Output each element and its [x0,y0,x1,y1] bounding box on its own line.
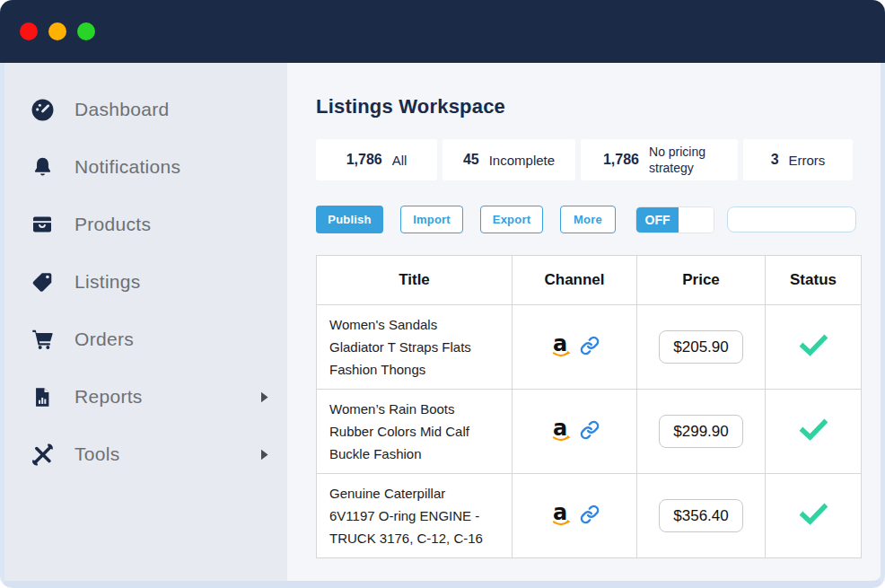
stat-incomplete[interactable]: 45 Incomplete [442,139,575,180]
search-input[interactable] [727,206,856,233]
price-input[interactable] [659,499,743,532]
stats-bar: 1,786 All 45 Incomplete 1,786 No pricing… [316,139,881,180]
amazon-icon: a [550,332,574,363]
stat-value: 1,786 [346,152,382,168]
cart-icon [30,328,55,351]
tag-icon [30,270,55,294]
zoom-window-button[interactable] [77,22,95,40]
table-row: Women’s Rain Boots Rubber Colors Mid Cal… [317,390,862,474]
sidebar-item-label: Dashboard [74,99,169,120]
column-header-channel: Channel [513,256,637,305]
toggle-state-label: OFF [636,207,679,233]
sidebar-item-label: Tools [74,443,120,465]
sidebar-item-label: Orders [74,329,134,350]
window-body: Dashboard Notifications [0,63,885,588]
sidebar-item-reports[interactable]: Reports [4,368,287,426]
stat-label: All [392,153,407,168]
gauge-icon [30,98,55,122]
link-icon[interactable] [580,420,600,443]
traffic-lights [20,22,95,40]
stat-all[interactable]: 1,786 All [316,139,437,180]
table-header-row: Title Channel Price Status [317,256,862,305]
listings-table: Title Channel Price Status Women's Sanda… [316,255,862,558]
main-content: Listings Workspace 1,786 All 45 Incomple… [287,63,881,581]
stat-value: 1,786 [603,152,639,168]
sidebar-item-tools[interactable]: Tools [4,426,287,483]
column-header-title: Title [317,256,513,305]
off-toggle[interactable]: OFF [635,206,714,233]
status-ok-check-icon [799,513,828,529]
stat-label: Errors [789,153,826,168]
link-icon[interactable] [580,505,600,528]
bell-icon [30,155,55,180]
chevron-right-icon [259,448,269,461]
stat-label: No pricing strategy [649,144,715,176]
page-title: Listings Workspace [316,95,881,118]
stat-label: Incomplete [489,153,555,168]
toggle-track [679,207,714,233]
sidebar-item-label: Products [74,214,151,235]
link-icon[interactable] [580,336,600,359]
stat-no-pricing-strategy[interactable]: 1,786 No pricing strategy [581,139,738,180]
sidebar-item-listings[interactable]: Listings [4,253,287,311]
column-header-price: Price [637,256,766,305]
table-row: Women's Sandals Gladiator T Straps Flats… [317,305,862,390]
box-icon [30,213,55,236]
sidebar-item-orders[interactable]: Orders [4,311,287,368]
import-button[interactable]: Import [400,206,463,233]
minimize-window-button[interactable] [48,22,66,40]
table-row: Genuine Caterpillar 6V1197 O-ring ENGINE… [317,474,862,558]
sidebar-item-dashboard[interactable]: Dashboard [4,81,287,138]
sidebar-item-label: Listings [74,271,141,293]
stat-value: 3 [771,152,779,168]
status-ok-check-icon [799,345,828,360]
stat-value: 45 [463,152,479,168]
amazon-icon: a [550,417,574,447]
stat-errors[interactable]: 3 Errors [743,139,853,180]
publish-button[interactable]: Publish [316,206,383,233]
sidebar-item-label: Reports [74,386,143,408]
status-ok-check-icon [799,429,828,444]
close-window-button[interactable] [20,22,38,40]
chevron-right-icon [259,391,269,404]
amazon-icon: a [550,501,574,531]
sidebar: Dashboard Notifications [4,63,287,581]
listing-toolbar: Publish Import Export More OFF [316,206,881,233]
app-window: Dashboard Notifications [0,0,885,588]
more-button[interactable]: More [560,206,616,233]
price-input[interactable] [659,415,743,448]
report-icon [30,385,55,409]
sidebar-item-label: Notifications [74,156,180,178]
column-header-status: Status [766,256,862,305]
listing-title: Women’s Rain Boots Rubber Colors Mid Cal… [329,398,489,465]
listing-title: Genuine Caterpillar 6V1197 O-ring ENGINE… [329,482,489,549]
price-input[interactable] [659,330,743,364]
listing-title: Women's Sandals Gladiator T Straps Flats… [329,313,489,381]
export-button[interactable]: Export [480,206,543,233]
window-titlebar [0,0,885,63]
sidebar-item-products[interactable]: Products [4,196,287,253]
sidebar-item-notifications[interactable]: Notifications [4,138,287,196]
tools-icon [30,443,55,467]
